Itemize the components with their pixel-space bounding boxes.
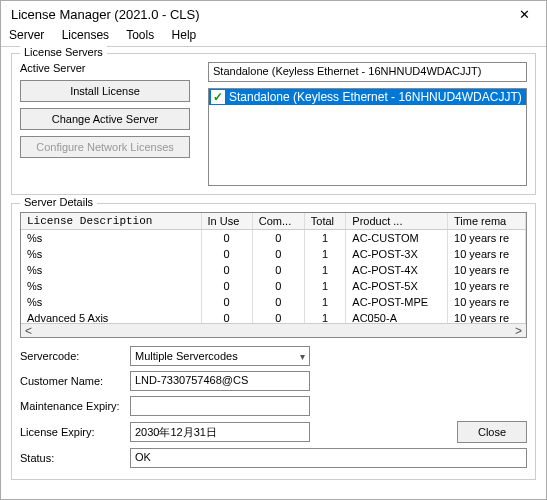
cell-time: 10 years re <box>448 246 526 262</box>
maintenance-expiry-field[interactable] <box>130 396 310 416</box>
cell-time: 10 years re <box>448 230 526 247</box>
cell-product: AC-POST-3X <box>346 246 448 262</box>
col-com[interactable]: Com... <box>252 213 304 230</box>
cell-total: 1 <box>304 278 346 294</box>
servercode-value: Multiple Servercodes <box>135 350 238 362</box>
group-title: Server Details <box>20 196 97 208</box>
customer-name-label: Customer Name: <box>20 375 120 387</box>
cell-product: AC-POST-4X <box>346 262 448 278</box>
cell-com: 0 <box>252 262 304 278</box>
servercode-combo[interactable]: Multiple Servercodes ▾ <box>130 346 310 366</box>
close-button[interactable]: Close <box>457 421 527 443</box>
change-active-server-button[interactable]: Change Active Server <box>20 108 190 130</box>
server-list-item[interactable]: ✓ Standalone (Keyless Ethernet - 16NHNUD… <box>209 89 526 105</box>
license-table[interactable]: License Description In Use Com... Total … <box>20 212 527 338</box>
install-license-button[interactable]: Install License <box>20 80 190 102</box>
col-inuse[interactable]: In Use <box>201 213 252 230</box>
table-row[interactable]: %s001AC-POST-5X10 years re <box>21 278 526 294</box>
check-icon: ✓ <box>211 90 225 104</box>
cell-com: 0 <box>252 278 304 294</box>
cell-inuse: 0 <box>201 246 252 262</box>
cell-product: AC-CUSTOM <box>346 230 448 247</box>
cell-product: AC-POST-5X <box>346 278 448 294</box>
menu-help[interactable]: Help <box>172 28 197 42</box>
table-row[interactable]: %s001AC-CUSTOM10 years re <box>21 230 526 247</box>
col-time[interactable]: Time rema <box>448 213 526 230</box>
server-list[interactable]: ✓ Standalone (Keyless Ethernet - 16NHNUD… <box>208 88 527 186</box>
active-server-label: Active Server <box>20 62 200 74</box>
cell-time: 10 years re <box>448 278 526 294</box>
table-row[interactable]: %s001AC-POST-3X10 years re <box>21 246 526 262</box>
cell-product: AC-POST-MPE <box>346 294 448 310</box>
cell-time: 10 years re <box>448 262 526 278</box>
servercode-label: Servercode: <box>20 350 120 362</box>
cell-time: 10 years re <box>448 294 526 310</box>
active-server-field[interactable]: Standalone (Keyless Ethernet - 16NHNUD4W… <box>208 62 527 82</box>
cell-total: 1 <box>304 262 346 278</box>
cell-com: 0 <box>252 230 304 247</box>
status-field: OK <box>130 448 527 468</box>
status-label: Status: <box>20 452 120 464</box>
configure-network-licenses-button: Configure Network Licenses <box>20 136 190 158</box>
scroll-right-icon[interactable]: > <box>511 324 526 338</box>
chevron-down-icon: ▾ <box>300 351 305 362</box>
table-row[interactable]: %s001AC-POST-MPE10 years re <box>21 294 526 310</box>
cell-com: 0 <box>252 294 304 310</box>
license-servers-group: License Servers Active Server Install Li… <box>11 53 536 195</box>
menu-tools[interactable]: Tools <box>126 28 154 42</box>
license-expiry-label: License Expiry: <box>20 426 120 438</box>
cell-total: 1 <box>304 294 346 310</box>
col-description[interactable]: License Description <box>21 213 201 230</box>
group-title: License Servers <box>20 46 107 58</box>
cell-desc: %s <box>21 278 201 294</box>
cell-inuse: 0 <box>201 278 252 294</box>
menu-licenses[interactable]: Licenses <box>62 28 109 42</box>
cell-desc: %s <box>21 262 201 278</box>
col-total[interactable]: Total <box>304 213 346 230</box>
cell-total: 1 <box>304 230 346 247</box>
cell-com: 0 <box>252 246 304 262</box>
server-list-item-label: Standalone (Keyless Ethernet - 16NHNUD4W… <box>229 90 522 104</box>
menu-server[interactable]: Server <box>9 28 44 42</box>
cell-desc: %s <box>21 294 201 310</box>
cell-desc: %s <box>21 230 201 247</box>
scroll-left-icon[interactable]: < <box>21 324 36 338</box>
col-product[interactable]: Product ... <box>346 213 448 230</box>
maintenance-expiry-label: Maintenance Expiry: <box>20 400 120 412</box>
table-header-row: License Description In Use Com... Total … <box>21 213 526 230</box>
customer-name-field[interactable]: LND-7330757468@CS <box>130 371 310 391</box>
table-row[interactable]: %s001AC-POST-4X10 years re <box>21 262 526 278</box>
horizontal-scrollbar[interactable]: < > <box>21 323 526 337</box>
server-details-group: Server Details License Description In Us… <box>11 203 536 480</box>
cell-total: 1 <box>304 246 346 262</box>
license-expiry-field[interactable]: 2030年12月31日 <box>130 422 310 442</box>
close-icon[interactable]: ✕ <box>511 7 538 22</box>
cell-inuse: 0 <box>201 262 252 278</box>
cell-inuse: 0 <box>201 230 252 247</box>
window-title: License Manager (2021.0 - CLS) <box>11 7 200 22</box>
cell-desc: %s <box>21 246 201 262</box>
cell-inuse: 0 <box>201 294 252 310</box>
